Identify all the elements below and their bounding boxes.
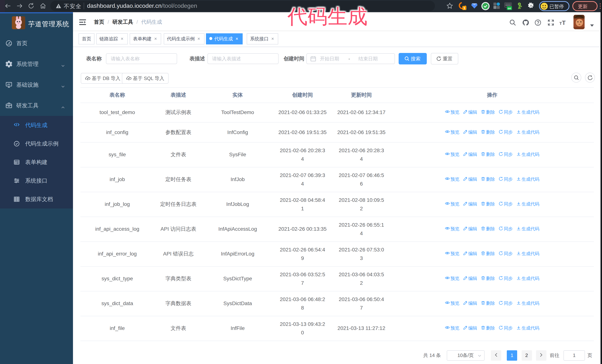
svg-text:on: on — [508, 7, 511, 10]
svg-text:1: 1 — [463, 6, 465, 10]
svg-text:T: T — [559, 21, 562, 26]
svg-text:T: T — [562, 20, 566, 26]
